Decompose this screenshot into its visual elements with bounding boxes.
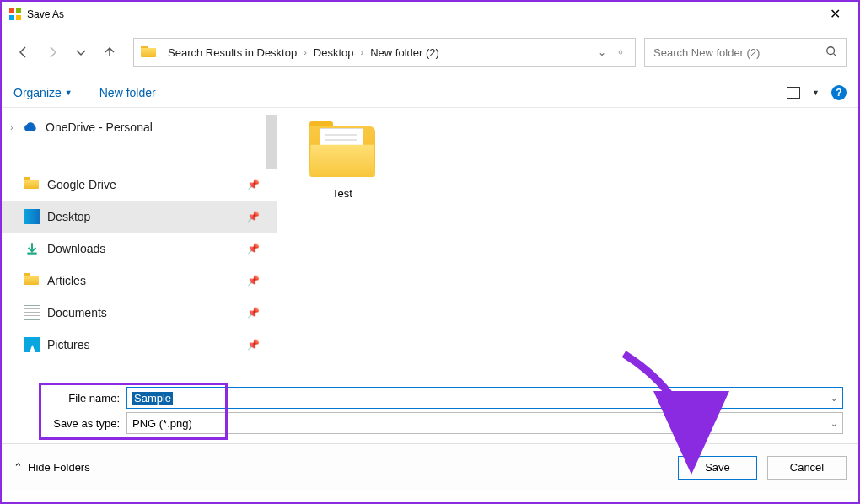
svg-rect-2 — [9, 15, 14, 20]
saveastype-value: PNG (*.png) — [132, 417, 192, 430]
sidebar-item-label: Pictures — [47, 338, 90, 351]
refresh-icon[interactable] — [613, 45, 628, 60]
chevron-right-icon[interactable]: › — [357, 47, 368, 57]
sidebar-item-desktop[interactable]: Desktop 📌 — [2, 201, 277, 233]
close-button[interactable]: ✕ — [818, 6, 852, 22]
folder-icon — [309, 120, 375, 177]
svg-rect-3 — [16, 15, 21, 20]
hide-folders-label: Hide Folders — [28, 461, 90, 474]
pin-icon: 📌 — [247, 307, 260, 319]
sidebar-item-label: Downloads — [47, 242, 105, 255]
recent-dropdown-icon[interactable] — [74, 46, 88, 59]
organize-label: Organize — [13, 86, 62, 99]
new-folder-button[interactable]: New folder — [99, 86, 156, 99]
folder-item-test[interactable]: Test — [302, 120, 383, 200]
folder-icon — [141, 46, 156, 59]
sidebar-item-label: OneDrive - Personal — [46, 121, 153, 134]
pictures-icon — [24, 337, 40, 352]
sidebar-item-googledrive[interactable]: Google Drive 📌 — [2, 169, 277, 201]
pin-icon: 📌 — [247, 179, 260, 190]
forward-icon[interactable] — [46, 46, 59, 59]
sidebar-item-articles[interactable]: Articles 📌 — [2, 265, 277, 297]
filename-input[interactable]: Sample ⌄ — [126, 387, 843, 409]
footer: ⌃ Hide Folders Save Cancel — [2, 443, 858, 491]
sidebar-item-label: Desktop — [47, 210, 90, 223]
search-box[interactable] — [644, 38, 847, 67]
breadcrumb-seg[interactable]: Search Results in Desktop — [164, 46, 300, 59]
pin-icon: 📌 — [247, 275, 260, 287]
pin-icon: 📌 — [247, 211, 260, 223]
breadcrumb-seg[interactable]: Desktop — [310, 46, 357, 59]
chevron-down-icon[interactable]: ⌄ — [830, 394, 837, 403]
breadcrumb-seg[interactable]: New folder (2) — [367, 46, 443, 59]
up-icon[interactable] — [103, 46, 116, 59]
saveastype-select[interactable]: PNG (*.png) ⌄ — [126, 412, 843, 434]
toolbar: Organize ▼ New folder ▼ ? — [2, 78, 858, 108]
back-icon[interactable] — [17, 46, 30, 59]
sidebar-item-downloads[interactable]: Downloads 📌 — [2, 233, 277, 265]
sidebar-item-onedrive[interactable]: › OneDrive - Personal — [2, 115, 277, 140]
cancel-button[interactable]: Cancel — [767, 456, 847, 480]
breadcrumb[interactable]: Search Results in Desktop › Desktop › Ne… — [133, 38, 636, 67]
titlebar: Save As ✕ — [2, 2, 858, 27]
chevron-down-icon[interactable]: ⌄ — [598, 46, 613, 58]
view-icon[interactable] — [787, 87, 800, 99]
sidebar-item-label: Articles — [47, 274, 86, 287]
main-area: › OneDrive - Personal Google Drive 📌 Des… — [2, 108, 858, 379]
chevron-down-icon[interactable]: ⌄ — [830, 419, 837, 428]
sidebar-item-pictures[interactable]: Pictures 📌 — [2, 329, 277, 361]
filename-value: Sample — [132, 392, 173, 405]
folder-item-label: Test — [302, 187, 383, 200]
nav-row: Search Results in Desktop › Desktop › Ne… — [2, 27, 858, 78]
sidebar-item-label: Documents — [47, 306, 107, 319]
organize-button[interactable]: Organize ▼ — [13, 86, 73, 99]
search-input[interactable] — [653, 46, 825, 59]
view-dropdown-icon[interactable]: ▼ — [812, 88, 820, 97]
search-icon[interactable] — [825, 46, 837, 60]
chevron-right-icon[interactable]: › — [300, 47, 310, 57]
hide-folders-button[interactable]: ⌃ Hide Folders — [13, 461, 90, 474]
app-icon — [8, 8, 22, 21]
window-title: Save As — [27, 8, 818, 20]
svg-rect-1 — [16, 8, 21, 13]
help-icon[interactable]: ? — [831, 85, 847, 100]
svg-rect-0 — [9, 8, 14, 13]
folder-content[interactable]: Test — [277, 108, 858, 379]
folder-icon — [24, 177, 40, 192]
sidebar: › OneDrive - Personal Google Drive 📌 Des… — [2, 108, 277, 379]
documents-icon — [24, 305, 40, 320]
sidebar-item-documents[interactable]: Documents 📌 — [2, 297, 277, 329]
chevron-up-icon: ⌃ — [13, 461, 23, 474]
save-button[interactable]: Save — [678, 456, 757, 480]
sidebar-item-label: Google Drive — [47, 178, 116, 191]
scrollbar-thumb[interactable] — [266, 115, 277, 169]
svg-point-4 — [827, 46, 835, 54]
desktop-icon — [24, 209, 40, 224]
downloads-icon — [24, 241, 40, 256]
folder-icon — [24, 273, 40, 288]
onedrive-icon — [22, 120, 39, 135]
save-fields: File name: Sample ⌄ Save as type: PNG (*… — [2, 379, 858, 443]
pin-icon: 📌 — [247, 339, 260, 351]
pin-icon: 📌 — [247, 243, 260, 255]
filename-label: File name: — [8, 392, 126, 405]
saveastype-label: Save as type: — [8, 417, 126, 430]
chevron-right-icon[interactable]: › — [10, 122, 22, 132]
